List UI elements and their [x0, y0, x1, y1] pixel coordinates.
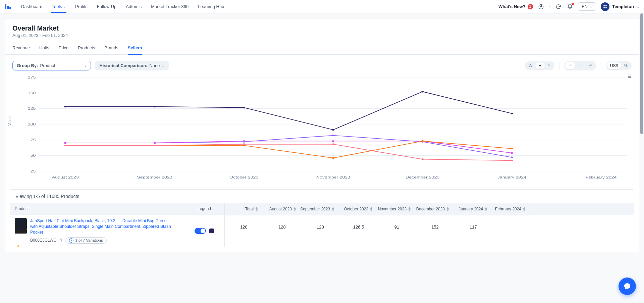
svg-text:February 2024: February 2024	[586, 175, 617, 180]
tab-units[interactable]: Units	[39, 45, 49, 54]
username-label: Templeton	[612, 4, 634, 9]
top-nav-left: Dashboard Tools⌄ Profits Follow-Up Adtom…	[5, 1, 228, 12]
nav-followup[interactable]: Follow-Up	[93, 1, 121, 12]
cell-value: 128	[301, 215, 339, 239]
th-legend: Legend	[184, 203, 224, 214]
svg-point-38	[64, 142, 66, 144]
whats-new-button[interactable]: What's New? 1	[498, 4, 533, 9]
variations-label: 1 of 7 Variations	[75, 238, 103, 242]
divider	[601, 62, 601, 69]
nav-market-tracker[interactable]: Market Tracker 360	[147, 1, 193, 12]
th-october-2023[interactable]: October 2023▲▼	[339, 203, 378, 215]
bar-chart-icon[interactable]	[575, 62, 585, 69]
nav-adtomic[interactable]: Adtomic	[122, 1, 146, 12]
controls-row: Group By: Product ⌄ Historical Compariso…	[5, 55, 639, 74]
unit-segment[interactable]: US$ %	[606, 61, 632, 70]
th-product: Product	[10, 203, 184, 214]
separator-dot: •	[549, 4, 551, 9]
amazon-badge-icon: a	[17, 244, 19, 247]
hist-label: Historical Comparison:	[99, 63, 147, 68]
info-icon: i	[69, 238, 73, 243]
svg-point-41	[332, 140, 334, 142]
table-row: a JanSport Half Pint Mini Backpack, Blac…	[10, 214, 224, 247]
product-title-link[interactable]: JanSport Half Pint Mini Backpack, Black,…	[30, 218, 174, 235]
bell-icon[interactable]	[567, 3, 573, 10]
tab-revenue[interactable]: Revenue	[12, 45, 30, 54]
variations-pill[interactable]: i 1 of 7 Variations	[65, 237, 106, 244]
th-january-2024[interactable]: January 2024▲▼	[454, 203, 492, 215]
chevron-down-icon: ⌄	[162, 64, 164, 67]
page-card: Overall Market Aug 01, 2023 - Feb 01, 20…	[5, 18, 639, 252]
divider	[559, 62, 559, 69]
cell-value	[492, 215, 531, 239]
tab-brands[interactable]: Brands	[105, 45, 118, 54]
svg-point-48	[421, 140, 423, 142]
tab-sellers[interactable]: Sellers	[128, 45, 142, 54]
svg-point-47	[332, 157, 334, 159]
group-by-label: Group By:	[17, 63, 38, 68]
svg-point-40	[243, 140, 245, 142]
area-chart-icon[interactable]	[585, 62, 595, 69]
th-november-2023[interactable]: November 2023▲▼	[378, 203, 416, 215]
period-segment[interactable]: W M Y	[525, 61, 554, 70]
tab-price[interactable]: Price	[59, 45, 69, 54]
group-by-select[interactable]: Group By: Product ⌄	[12, 61, 91, 70]
language-label: EN	[582, 4, 588, 9]
chart-type-segment[interactable]	[564, 61, 596, 70]
nav-dashboard[interactable]: Dashboard	[17, 1, 47, 12]
th-august-2023[interactable]: August 2023▲▼	[263, 203, 301, 215]
th-september-2023[interactable]: September 2023▲▼	[301, 203, 339, 215]
svg-rect-3	[604, 7, 605, 8]
nav-profits[interactable]: Profits	[71, 1, 92, 12]
svg-point-31	[511, 113, 513, 114]
top-nav: Dashboard Tools⌄ Profits Follow-Up Adtom…	[0, 0, 644, 13]
svg-text:25: 25	[31, 169, 36, 173]
th-february-2024[interactable]: February 2024▲▼	[492, 203, 531, 215]
svg-point-53	[332, 143, 334, 145]
tab-products[interactable]: Products	[78, 45, 95, 54]
cell-value: 117	[454, 215, 492, 239]
svg-point-30	[421, 91, 423, 92]
svg-point-52	[243, 143, 245, 145]
group-by-value: Product	[40, 63, 55, 68]
svg-text:October 2023: October 2023	[229, 175, 258, 180]
th-december-2023[interactable]: December 2023▲▼	[416, 203, 454, 215]
svg-text:175: 175	[28, 75, 36, 80]
refresh-icon[interactable]	[555, 3, 562, 10]
unit-usd[interactable]: US$	[607, 62, 621, 69]
product-image[interactable]	[15, 218, 27, 230]
historical-comparison-select[interactable]: Historical Comparison: None ⌄	[95, 61, 169, 70]
cell-value: 128	[263, 215, 301, 239]
chart-container: ☰ Values 255075100125150175August 2023Se…	[5, 74, 639, 185]
nav-tools-label: Tools	[52, 4, 62, 9]
svg-text:75: 75	[31, 138, 36, 142]
svg-text:50: 50	[31, 153, 36, 158]
period-m[interactable]: M	[535, 62, 545, 69]
period-w[interactable]: W	[526, 62, 535, 69]
period-y[interactable]: Y	[545, 62, 553, 69]
nav-tools[interactable]: Tools⌄	[48, 1, 70, 12]
chevron-down-icon: ⌄	[637, 5, 639, 8]
facebook-icon[interactable]	[538, 3, 544, 10]
y-axis-label: Values	[8, 115, 12, 126]
th-total[interactable]: Total▲▼	[225, 203, 263, 215]
scrollbar[interactable]	[639, 13, 644, 257]
language-select[interactable]: EN⌄	[578, 2, 596, 11]
line-chart-icon[interactable]	[565, 62, 575, 69]
cell-value: 91	[378, 215, 416, 239]
chart-menu-icon[interactable]: ☰	[628, 74, 632, 79]
svg-point-26	[64, 106, 66, 107]
unit-pct[interactable]: %	[621, 62, 631, 69]
svg-text:August 2023: August 2023	[52, 175, 79, 180]
svg-point-27	[154, 106, 156, 107]
legend-color-icon	[209, 229, 214, 233]
row-toggle[interactable]	[195, 228, 206, 234]
nav-learning-hub[interactable]: Learning Hub	[194, 1, 228, 12]
user-menu[interactable]: Templeton ⌄	[601, 2, 639, 11]
logo-icon[interactable]	[5, 4, 11, 9]
cell-value: 126.5	[339, 215, 378, 239]
svg-point-50	[64, 145, 66, 146]
copy-icon[interactable]: ⎘	[60, 238, 62, 243]
whats-new-badge: 1	[528, 4, 533, 9]
svg-point-35	[332, 135, 334, 136]
